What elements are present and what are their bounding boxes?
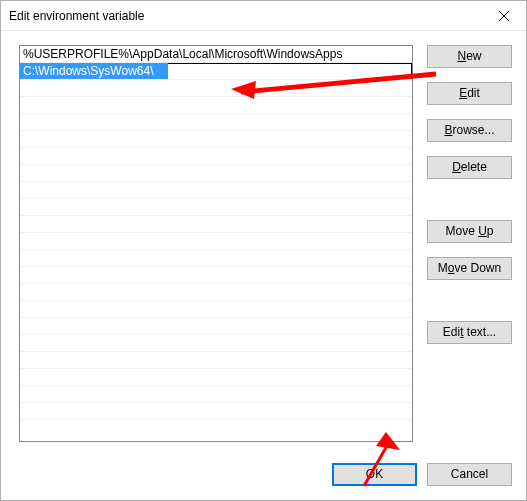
delete-button[interactable]: Delete — [427, 156, 512, 179]
edit-field-remainder[interactable] — [168, 63, 412, 80]
list-item[interactable]: %USERPROFILE%\AppData\Local\Microsoft\Wi… — [20, 46, 412, 63]
new-button[interactable]: New — [427, 45, 512, 68]
move-down-button[interactable]: Move Down — [427, 257, 512, 280]
dialog-footer-buttons: OK Cancel — [332, 463, 512, 486]
titlebar: Edit environment variable — [1, 1, 526, 31]
move-up-button[interactable]: Move Up — [427, 220, 512, 243]
list-item-editing[interactable]: C:\Windows\SysWow64\ — [20, 63, 412, 80]
edit-field-selected-text[interactable]: C:\Windows\SysWow64\ — [20, 63, 168, 80]
close-button[interactable] — [481, 1, 526, 30]
cancel-button[interactable]: Cancel — [427, 463, 512, 486]
dialog-content: %USERPROFILE%\AppData\Local\Microsoft\Wi… — [1, 31, 526, 500]
close-icon — [499, 11, 509, 21]
ok-button[interactable]: OK — [332, 463, 417, 486]
side-buttons: New Edit Browse... Delete Move Up Move D… — [427, 45, 512, 344]
edit-button[interactable]: Edit — [427, 82, 512, 105]
browse-button[interactable]: Browse... — [427, 119, 512, 142]
window-title: Edit environment variable — [9, 9, 144, 23]
path-listbox[interactable]: %USERPROFILE%\AppData\Local\Microsoft\Wi… — [19, 45, 413, 442]
listbox-empty-grid — [20, 80, 412, 441]
edit-text-button[interactable]: Edit text... — [427, 321, 512, 344]
